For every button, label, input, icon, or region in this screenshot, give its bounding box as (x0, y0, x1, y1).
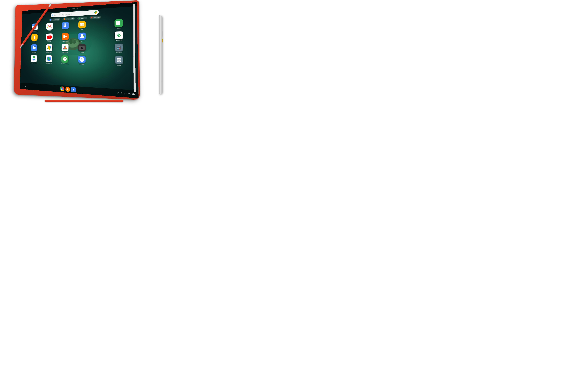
google-g-icon: G (52, 14, 53, 16)
app-item-googlemaps[interactable]: Google Maps (42, 44, 56, 53)
hinge (44, 100, 124, 102)
samsung-logo: SAMSUNG (69, 8, 78, 10)
chrome-icon[interactable] (60, 86, 64, 91)
files-taskbar-icon[interactable] (71, 87, 76, 92)
app-item-googleduo[interactable]: Google Duo (74, 32, 90, 42)
taskbar-left: ← (22, 85, 26, 87)
app-item-gethelp[interactable]: ? Get Help (74, 56, 90, 65)
quick-link-playstore[interactable]: Play Store (77, 16, 87, 20)
svg-marker-95 (67, 88, 68, 90)
app-label-googleearth: Google Earth (46, 63, 52, 64)
app-label-camera: Camera (80, 52, 84, 53)
app-item-playmovies[interactable]: Play Movies &. (58, 33, 73, 42)
app-item-googlehangouts[interactable]: Google Hangouts (57, 55, 72, 64)
time-display: 12:45 (127, 92, 131, 94)
app-label-googleduo: Google Duo (79, 40, 85, 42)
app-label-playbooks: Play Books (32, 52, 36, 53)
power-button[interactable] (162, 39, 163, 42)
svg-rect-31 (63, 35, 64, 38)
app-label-playmovies: Play Movies &. (62, 40, 68, 42)
wifi-icon (121, 92, 123, 94)
app-item-docs[interactable]: Docs (58, 22, 73, 31)
laptop-frame: SAMSUNG G Search your device, apps, web.… (14, 0, 140, 100)
svg-rect-99 (132, 93, 134, 94)
quick-link-maps[interactable]: Google Maps (90, 16, 101, 19)
app-item-googledrive[interactable]: Google Drive (58, 44, 73, 53)
app-label-sheets: Sheets (117, 28, 120, 29)
app-label-googlephotos: Google Photos (31, 62, 37, 64)
calendar-dot (50, 19, 51, 21)
signal-icon (124, 92, 126, 94)
svg-rect-60 (117, 46, 120, 47)
app-grid: Google Calendar 31 Google Calendar (25, 18, 132, 66)
scene: SAMSUNG G Search your device, apps, web.… (11, 2, 168, 110)
quick-link-calendar-label: Google Calendar (52, 19, 59, 20)
app-item-sheets[interactable]: Sheets (110, 19, 128, 29)
app-label-keep: Keep (33, 41, 36, 42)
app-label-docs: Docs (64, 30, 66, 31)
svg-rect-90 (120, 60, 122, 60)
app-label-gmail: Gmail (48, 30, 51, 31)
app-label-gethelp: Get Help (80, 64, 84, 65)
app-item-playbooks[interactable]: Play Books (28, 44, 41, 53)
svg-rect-43 (34, 46, 36, 49)
maps-dot (91, 17, 92, 18)
app-label-settings: Settings (117, 64, 122, 66)
overview-icon[interactable] (132, 93, 135, 95)
playmovies-dot (64, 18, 65, 20)
volume-button[interactable] (162, 31, 163, 36)
svg-rect-88 (119, 62, 120, 62)
back-button[interactable]: ← (22, 85, 24, 87)
app-item-camera[interactable]: Camera (74, 44, 90, 53)
svg-rect-100 (134, 93, 135, 94)
svg-text:+: + (118, 48, 118, 49)
svg-text:?: ? (81, 58, 82, 61)
svg-rect-98 (125, 93, 126, 94)
svg-rect-87 (119, 58, 120, 58)
svg-rect-89 (117, 60, 118, 60)
laptop-right-panel (159, 15, 162, 94)
app-item-slides[interactable]: Slides (74, 21, 90, 30)
taskbar-center (60, 86, 76, 92)
app-item-googleearth[interactable]: Google Earth (42, 55, 56, 64)
screen: SAMSUNG G Search your device, apps, web.… (20, 2, 139, 98)
svg-rect-59 (117, 46, 121, 50)
app-label-googlehangouts: Google Hangouts (61, 63, 69, 64)
app-label-calculator: Calculator (116, 52, 122, 54)
app-label-youtube: Youtube (48, 41, 51, 42)
app-item-playgames[interactable]: Play Games (110, 31, 128, 41)
app-label-slides: Slides (80, 29, 84, 30)
quick-link-maps-label: Google Maps (93, 16, 100, 18)
app-label-googlemaps: Google Maps (46, 52, 52, 53)
app-item-settings[interactable]: Settings (110, 56, 128, 66)
svg-rect-96 (124, 94, 124, 94)
app-item-youtube[interactable]: Youtube (42, 33, 56, 42)
svg-rect-97 (125, 93, 125, 94)
playstore-dot (79, 18, 80, 19)
app-label-playgames: Play Games (116, 40, 122, 41)
app-item-calculator[interactable]: + = Calculator (110, 44, 128, 54)
taskbar-right: 12:45 (118, 92, 135, 95)
app-item-gmail[interactable]: Gmail (42, 22, 57, 32)
svg-text:=: = (120, 48, 120, 49)
google-assistant-icon[interactable] (94, 11, 97, 14)
app-item-googlephotos[interactable]: Google Photos (27, 55, 41, 64)
app-label-googledrive: Google Drive (62, 52, 68, 53)
quick-link-playstore-label: Play Store (81, 18, 86, 19)
svg-rect-101 (132, 94, 134, 95)
home-dot[interactable] (25, 86, 26, 86)
pen-icon (118, 92, 120, 94)
quick-link-playmovies-label: Play Movies & TV (66, 18, 74, 20)
playstore-taskbar-icon[interactable] (66, 87, 70, 92)
svg-rect-102 (134, 94, 135, 95)
